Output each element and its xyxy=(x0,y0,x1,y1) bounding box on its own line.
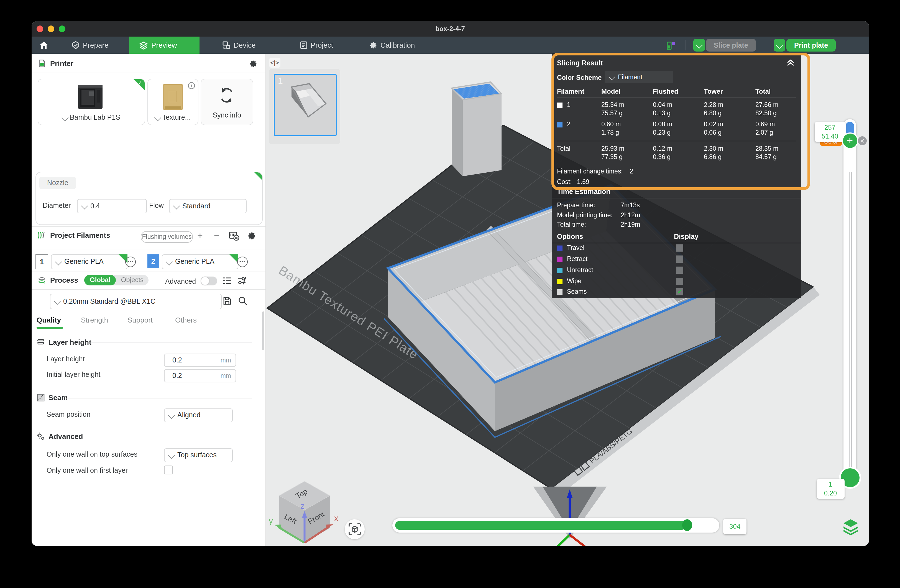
sidebar-collapse-handle[interactable]: <|> xyxy=(269,57,280,68)
move-slider-track[interactable] xyxy=(393,518,719,532)
filament-1-edit-button[interactable]: ••• xyxy=(125,256,136,267)
nozzle-diameter-select[interactable]: 0.4 xyxy=(77,199,147,213)
travel-checkbox[interactable] xyxy=(676,244,683,251)
cell: 2.28 m xyxy=(704,101,723,108)
advanced-toggle-label: Advanced xyxy=(165,278,196,285)
cell: 82.50 g xyxy=(756,110,777,116)
cell: 25.34 m xyxy=(601,101,624,108)
printer-name-row[interactable]: Bambu Lab P1S xyxy=(38,113,144,121)
tab-prepare[interactable]: Prepare xyxy=(64,37,116,54)
option-seams: Seams xyxy=(567,288,587,295)
sync-info-card[interactable]: Sync info xyxy=(201,79,253,125)
cost-value: 1.69 xyxy=(577,178,590,185)
cell: 0.23 g xyxy=(653,129,670,136)
cell: 0.06 g xyxy=(704,129,722,136)
layers-icon[interactable] xyxy=(842,519,859,535)
cell: 2.07 g xyxy=(756,129,773,136)
filament-2-id: 2 xyxy=(567,121,571,127)
move-slider-tooltip: 304 xyxy=(723,518,746,534)
tab-support[interactable]: Support xyxy=(127,316,153,324)
filament-settings-gear-icon[interactable] xyxy=(247,231,257,240)
flow-value: Standard xyxy=(182,202,210,210)
prime-tower[interactable] xyxy=(452,82,501,176)
unretract-checkbox[interactable] xyxy=(676,267,683,274)
filament-2-select[interactable]: Generic PLA xyxy=(162,254,238,269)
project-icon xyxy=(299,41,307,49)
cost-label: Cost: xyxy=(557,178,572,185)
only-one-wall-top-select[interactable]: Top surfaces xyxy=(164,448,233,462)
tab-calibration[interactable]: Calibration xyxy=(361,37,422,54)
plate-type-image xyxy=(162,83,184,111)
advanced-toggle[interactable] xyxy=(201,276,217,285)
cell: 6.86 g xyxy=(704,154,722,160)
only-one-wall-top-value: Top surfaces xyxy=(177,451,217,459)
printer-settings-gear-icon[interactable] xyxy=(249,59,258,68)
filament-2-edit-button[interactable]: ••• xyxy=(237,256,248,267)
only-one-wall-first-layer-label: Only one wall on first layer xyxy=(47,466,128,474)
info-icon[interactable]: i xyxy=(188,82,195,89)
search-preset-icon[interactable] xyxy=(238,296,247,305)
fit-view-button[interactable] xyxy=(345,519,365,539)
segment-global[interactable]: Global xyxy=(84,275,116,285)
tab-quality[interactable]: Quality xyxy=(37,316,61,324)
col-model: Model xyxy=(601,88,621,95)
remove-color-change-button[interactable]: ✕ xyxy=(858,137,867,145)
filament-1-index[interactable]: 1 xyxy=(36,254,48,269)
layer-slider-track[interactable] xyxy=(844,119,856,483)
title-bar: box-2-4-7 xyxy=(31,21,869,37)
print-plate-button[interactable]: Print plate xyxy=(787,39,836,51)
wipe-checkbox[interactable] xyxy=(676,278,683,285)
initial-layer-height-input[interactable]: 0.2 mm xyxy=(164,369,236,382)
parameter-list-icon[interactable] xyxy=(223,276,232,285)
nozzle-tab[interactable]: Nozzle xyxy=(39,177,76,189)
layer-height-input[interactable]: 0.2 mm xyxy=(164,353,236,366)
retract-swatch xyxy=(557,257,563,262)
tab-device[interactable]: Device xyxy=(214,37,264,54)
only-one-wall-first-layer-checkbox[interactable] xyxy=(164,465,173,474)
flow-select[interactable]: Standard xyxy=(169,199,247,213)
slice-plate-button[interactable]: Slice plate xyxy=(706,39,756,51)
seams-checkbox[interactable]: ✓ xyxy=(676,288,683,295)
tab-preview[interactable]: Preview xyxy=(129,37,200,54)
cell: 2.30 m xyxy=(704,145,723,152)
cell: 27.66 m xyxy=(756,101,778,108)
move-slider-handle[interactable] xyxy=(682,519,692,531)
option-wipe: Wipe xyxy=(567,278,581,284)
cell: 6.80 g xyxy=(704,110,722,116)
tune-icon[interactable] xyxy=(237,276,247,285)
axis-y-label: y xyxy=(268,516,273,525)
save-preset-icon[interactable] xyxy=(223,296,232,305)
ams-sync-icon[interactable] xyxy=(229,231,240,241)
plate-type-row[interactable]: Texture... xyxy=(148,113,198,121)
filament-2-index[interactable]: 2 xyxy=(147,254,159,268)
plate-type-card[interactable]: i Texture... xyxy=(147,79,199,125)
process-icon xyxy=(37,276,46,284)
seam-position-label: Seam position xyxy=(47,410,90,418)
remove-filament-button[interactable]: − xyxy=(214,231,219,240)
tab-strength[interactable]: Strength xyxy=(81,316,108,324)
slice-dropdown-button[interactable] xyxy=(693,39,705,51)
plate-thumbnail-selected[interactable]: 1 xyxy=(273,73,337,136)
sidebar: Printer ✓ Bambu Lab P1S xyxy=(31,54,266,546)
axis-x-label: x xyxy=(334,513,338,522)
add-color-change-button[interactable]: + xyxy=(843,133,857,148)
tab-project[interactable]: Project xyxy=(292,37,341,54)
process-preset-select[interactable]: 0.20mm Standard @BBL X1C xyxy=(50,293,222,309)
printer-card[interactable]: ✓ Bambu Lab P1S xyxy=(38,79,145,125)
retract-checkbox[interactable] xyxy=(676,256,683,263)
add-filament-button[interactable]: + xyxy=(197,231,203,240)
color-scheme-select[interactable]: Filament xyxy=(605,71,673,83)
plate-settings-icon[interactable] xyxy=(666,40,676,50)
collapse-panel-icon[interactable] xyxy=(787,59,795,67)
plate-type-value: Texture... xyxy=(162,113,191,121)
seam-position-select[interactable]: Aligned xyxy=(164,408,233,422)
prepare-time-value: 7m13s xyxy=(621,202,640,208)
filament-1-select[interactable]: Generic PLA xyxy=(51,254,127,269)
sidebar-scrollbar[interactable] xyxy=(262,312,264,350)
print-dropdown-button[interactable] xyxy=(774,39,785,51)
home-button[interactable] xyxy=(31,37,56,54)
cell: 0.12 m xyxy=(653,145,672,152)
tab-others[interactable]: Others xyxy=(175,316,197,324)
flushing-volumes-button[interactable]: Flushing volumes xyxy=(141,231,193,242)
segment-objects[interactable]: Objects xyxy=(116,275,149,285)
